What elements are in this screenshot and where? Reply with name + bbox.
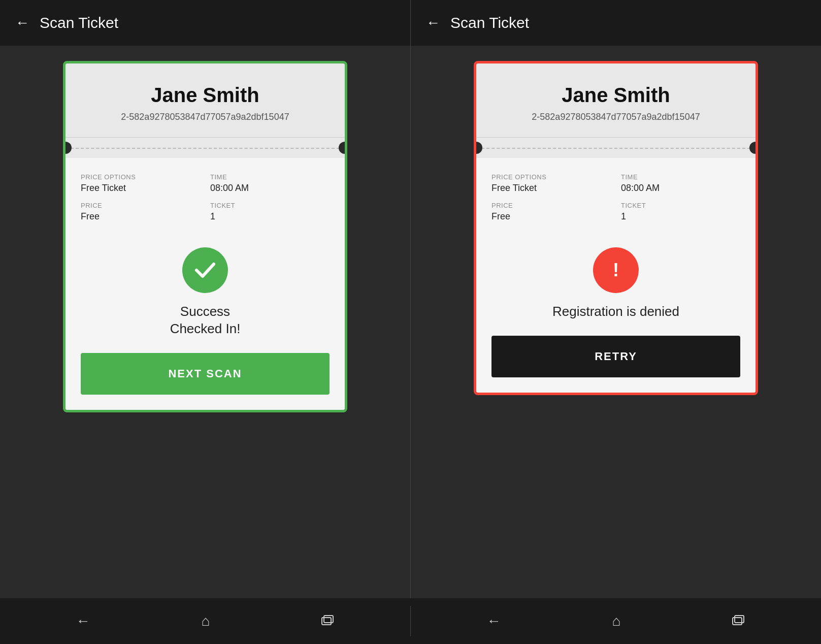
right-home-nav-icon[interactable]: ⌂ [612, 613, 621, 629]
left-field-price-options: PRICE OPTIONS Free Ticket [81, 173, 200, 194]
right-ticket-divider [476, 138, 756, 158]
right-status-text: Registration is denied [491, 303, 740, 320]
left-notch-right [339, 142, 347, 154]
svg-rect-2 [324, 616, 333, 623]
left-back-nav-icon[interactable]: ← [76, 613, 90, 629]
right-status-area: ! Registration is denied [491, 237, 740, 336]
right-notch-right [749, 142, 758, 154]
right-ticket-card: Jane Smith 2-582a9278053847d77057a9a2dbf… [474, 61, 758, 395]
left-card-area: Jane Smith 2-582a9278053847d77057a9a2dbf… [0, 46, 410, 598]
left-home-nav-icon[interactable]: ⌂ [202, 613, 210, 629]
left-ticket-id: 2-582a9278053847d77057a9a2dbf15047 [81, 112, 330, 122]
right-ticket-top: Jane Smith 2-582a9278053847d77057a9a2dbf… [476, 63, 756, 138]
left-screen: ← Scan Ticket Jane Smith 2-582a927805384… [0, 0, 411, 598]
right-ticket-bottom: PRICE OPTIONS Free Ticket TIME 08:00 AM … [476, 158, 756, 393]
left-status-area: Success Checked In! [81, 237, 330, 353]
right-ticket-id: 2-582a9278053847d77057a9a2dbf15047 [491, 112, 740, 122]
right-attendee-name: Jane Smith [491, 84, 740, 107]
left-field-price: PRICE Free [81, 202, 200, 222]
left-header-title: Scan Ticket [40, 14, 118, 31]
left-ticket-divider [65, 138, 345, 158]
right-header: ← Scan Ticket [411, 0, 821, 46]
retry-button[interactable]: RETRY [491, 336, 740, 377]
left-success-icon [182, 247, 228, 293]
left-ticket-top: Jane Smith 2-582a9278053847d77057a9a2dbf… [65, 63, 345, 138]
left-field-ticket: TICKET 1 [210, 202, 330, 222]
svg-rect-4 [735, 616, 744, 623]
left-status-text: Success Checked In! [81, 303, 330, 338]
left-nav-half: ← ⌂ [0, 613, 410, 629]
right-back-button[interactable]: ← [426, 15, 440, 31]
left-notch-left [63, 142, 72, 154]
right-notch-left [474, 142, 482, 154]
right-field-time: TIME 08:00 AM [621, 173, 740, 194]
right-field-price: PRICE Free [491, 202, 611, 222]
right-header-title: Scan Ticket [450, 14, 529, 31]
left-ticket-fields: PRICE OPTIONS Free Ticket TIME 08:00 AM … [81, 173, 330, 222]
right-screen: ← Scan Ticket Jane Smith 2-582a927805384… [411, 0, 821, 598]
right-denied-icon: ! [593, 247, 639, 293]
next-scan-button[interactable]: NEXT SCAN [81, 353, 330, 395]
right-field-ticket: TICKET 1 [621, 202, 740, 222]
left-ticket-bottom: PRICE OPTIONS Free Ticket TIME 08:00 AM … [65, 158, 345, 410]
right-ticket-fields: PRICE OPTIONS Free Ticket TIME 08:00 AM … [491, 173, 740, 222]
left-attendee-name: Jane Smith [81, 84, 330, 107]
svg-text:!: ! [613, 260, 619, 280]
left-recent-nav-icon[interactable] [321, 615, 334, 628]
left-field-time: TIME 08:00 AM [210, 173, 330, 194]
right-back-nav-icon[interactable]: ← [487, 613, 501, 629]
left-back-button[interactable]: ← [15, 15, 29, 31]
left-header: ← Scan Ticket [0, 0, 410, 46]
right-card-area: Jane Smith 2-582a9278053847d77057a9a2dbf… [411, 46, 821, 598]
svg-rect-3 [733, 618, 742, 625]
right-recent-nav-icon[interactable] [732, 615, 745, 628]
left-ticket-card: Jane Smith 2-582a9278053847d77057a9a2dbf… [63, 61, 347, 412]
right-nav-half: ← ⌂ [411, 613, 821, 629]
bottom-nav-bar: ← ⌂ ← ⌂ [0, 598, 821, 644]
svg-rect-1 [322, 618, 331, 625]
right-field-price-options: PRICE OPTIONS Free Ticket [491, 173, 611, 194]
